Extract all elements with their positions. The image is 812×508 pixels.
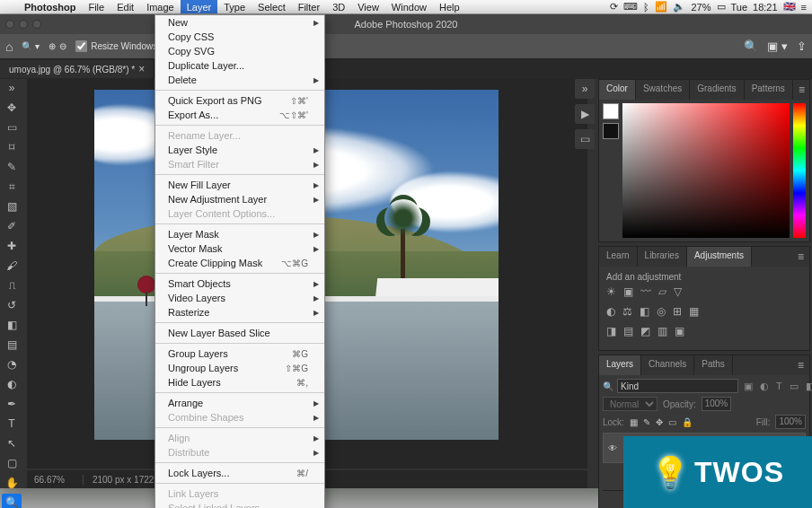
crop-tool[interactable]: ⌗ <box>2 178 22 196</box>
menu-item[interactable]: Smart Objects <box>155 276 324 291</box>
marquee-tool[interactable]: ▭ <box>2 118 22 136</box>
frame-tool[interactable]: ▧ <box>2 197 22 215</box>
zoom-tool[interactable]: 🔍 <box>2 494 22 508</box>
menu-help[interactable]: Help <box>433 2 466 13</box>
hue-slider[interactable] <box>793 103 806 238</box>
app-menu[interactable]: Photoshop <box>18 2 82 13</box>
share-icon[interactable]: ⇪ <box>797 39 807 53</box>
battery-icon[interactable]: ▭ <box>717 1 726 13</box>
menu-item[interactable]: Quick Export as PNG⇧⌘' <box>155 93 324 108</box>
tab-swatches[interactable]: Swatches <box>636 80 690 100</box>
stamp-tool[interactable]: ⎍ <box>2 276 22 294</box>
color-picker-field[interactable] <box>622 103 790 238</box>
blend-mode-select[interactable]: Normal <box>603 397 658 411</box>
lock-trans-icon[interactable]: ▦ <box>630 417 638 427</box>
zoom-button[interactable] <box>32 20 41 29</box>
resize-windows-checkbox[interactable]: Resize Windows <box>75 40 157 52</box>
chevron-icon[interactable]: » <box>2 79 22 97</box>
hue-icon[interactable]: ◐ <box>606 305 615 318</box>
fg-color-swatch[interactable] <box>603 103 619 119</box>
invert-icon[interactable]: ◨ <box>606 325 616 337</box>
lock-pixels-icon[interactable]: ✎ <box>643 417 650 427</box>
menu-item[interactable]: Create Clipping Mask⌥⌘G <box>155 256 324 270</box>
tab-channels[interactable]: Channels <box>641 355 694 375</box>
menu-item[interactable]: Ungroup Layers⇧⌘G <box>155 361 324 375</box>
menu-item[interactable]: New <box>155 15 324 30</box>
menu-window[interactable]: Window <box>385 2 433 13</box>
channel-mixer-icon[interactable]: ⊞ <box>673 305 682 318</box>
play-icon[interactable]: ▶ <box>575 104 595 124</box>
menu-item[interactable]: New Layer Based Slice <box>155 326 324 340</box>
home-button[interactable]: ⌂ <box>5 39 13 54</box>
brush-tool[interactable]: 🖌 <box>2 257 22 275</box>
blur-tool[interactable]: ◔ <box>2 355 22 373</box>
bluetooth-icon[interactable]: ᛒ <box>643 2 649 13</box>
filter-type-icon[interactable]: T <box>774 381 784 391</box>
type-tool[interactable]: T <box>2 415 22 433</box>
search-icon[interactable]: 🔍 <box>744 39 758 53</box>
menu-item[interactable]: Layer Style <box>155 143 324 157</box>
zoom-in-icon[interactable]: ⊕ <box>49 41 56 51</box>
sync-icon[interactable]: ⟳ <box>610 1 618 13</box>
hand-tool[interactable]: ✋ <box>2 474 22 492</box>
photo-filter-icon[interactable]: ◎ <box>657 305 666 318</box>
minimize-button[interactable] <box>19 20 28 29</box>
panel-menu-icon[interactable]: ≡ <box>792 355 809 375</box>
lock-pos-icon[interactable]: ✥ <box>656 417 663 427</box>
window-titlebar[interactable]: Adobe Photoshop 2020 <box>0 14 812 34</box>
filter-search-icon[interactable]: 🔍 <box>603 381 613 391</box>
menu-image[interactable]: Image <box>140 2 181 13</box>
tab-color[interactable]: Color <box>599 80 636 100</box>
menu-item[interactable]: Copy SVG <box>155 44 324 58</box>
menu-item[interactable]: Hide Layers⌘, <box>155 375 324 390</box>
healing-tool[interactable]: ✚ <box>2 237 22 255</box>
tab-paths[interactable]: Paths <box>694 355 733 375</box>
curves-icon[interactable]: 〰 <box>640 285 651 298</box>
menu-item[interactable]: Video Layers <box>155 291 324 305</box>
zoom-out-icon[interactable]: ⊖ <box>59 41 66 51</box>
menu-item[interactable]: Export As...⌥⇧⌘' <box>155 108 324 122</box>
menu-view[interactable]: View <box>351 2 385 13</box>
panel-menu-icon[interactable]: ≡ <box>793 80 810 100</box>
color-lookup-icon[interactable]: ▦ <box>689 305 699 318</box>
wifi-icon[interactable]: 📶 <box>655 1 667 13</box>
panel-menu-icon[interactable]: ≡ <box>792 247 809 267</box>
shape-tool[interactable]: ▢ <box>2 454 22 472</box>
menu-item[interactable]: Layer Mask <box>155 227 324 241</box>
tab-patterns[interactable]: Patterns <box>745 80 793 100</box>
document-tab[interactable]: umoya.jpg @ 66.7% (RGB/8*) * × <box>0 60 154 78</box>
menu-file[interactable]: File <box>82 2 110 13</box>
bw-icon[interactable]: ◧ <box>640 305 649 318</box>
close-button[interactable] <box>5 20 14 29</box>
color-balance-icon[interactable]: ⚖ <box>622 305 632 318</box>
expand-panels-icon[interactable]: » <box>575 79 595 99</box>
menu-item[interactable]: Copy CSS <box>155 30 324 44</box>
menu-3d[interactable]: 3D <box>326 2 351 13</box>
move-tool[interactable]: ✥ <box>2 99 22 117</box>
flag-icon[interactable]: 🇬🇧 <box>783 1 796 13</box>
lasso-tool[interactable]: ⌑ <box>2 138 22 156</box>
lock-artboard-icon[interactable]: ▭ <box>668 417 676 427</box>
menu-item[interactable]: Rasterize <box>155 305 324 320</box>
gradient-map-icon[interactable]: ▥ <box>658 325 667 337</box>
tab-adjustments[interactable]: Adjustments <box>687 247 752 267</box>
gradient-tool[interactable]: ▤ <box>2 336 22 354</box>
menu-item[interactable]: New Adjustment Layer <box>155 192 324 206</box>
pen-tool[interactable]: ✒ <box>2 395 22 413</box>
bg-color-swatch[interactable] <box>603 123 619 139</box>
filter-adjust-icon[interactable]: ◐ <box>758 381 771 392</box>
filter-smart-icon[interactable]: ◧ <box>804 381 812 392</box>
posterize-icon[interactable]: ▤ <box>623 325 633 337</box>
menu-edit[interactable]: Edit <box>110 2 140 13</box>
visibility-icon[interactable]: 👁 <box>605 443 620 453</box>
menubar-extra-icon[interactable]: ≡ <box>801 2 807 13</box>
menu-item[interactable]: Vector Mask <box>155 241 324 256</box>
tab-layers[interactable]: Layers <box>599 355 641 375</box>
workspace-icon[interactable]: ▣ ▾ <box>767 39 788 53</box>
history-brush-tool[interactable]: ↺ <box>2 296 22 314</box>
eyedropper-tool[interactable]: ✐ <box>2 217 22 235</box>
exposure-icon[interactable]: ▱ <box>658 285 666 298</box>
selective-color-icon[interactable]: ▣ <box>675 325 684 337</box>
menu-item[interactable]: New Fill Layer <box>155 178 324 192</box>
zoom-percent[interactable]: 66.67% <box>34 475 65 485</box>
